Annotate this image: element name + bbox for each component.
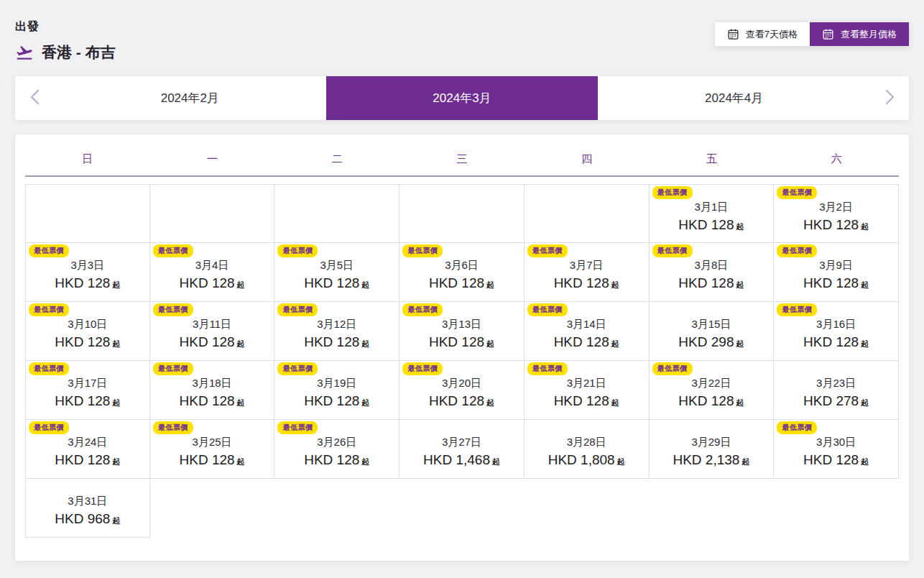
month-tab[interactable]: 2024年3月 bbox=[326, 76, 599, 120]
cell-price: HKD 298起 bbox=[650, 334, 774, 350]
calendar-empty-cell bbox=[150, 184, 275, 243]
lowest-fare-badge: 最低票價 bbox=[402, 303, 443, 316]
calendar-day-cell[interactable]: 最低票價3月25日HKD 128起 bbox=[150, 420, 275, 479]
cell-price: HKD 128起 bbox=[774, 275, 898, 291]
calendar-day-cell[interactable]: 最低票價3月12日HKD 128起 bbox=[274, 302, 399, 361]
calendar-day-cell[interactable]: 最低票價3月19日HKD 128起 bbox=[274, 361, 399, 420]
view-toggle: 查看7天價格 查看整月價格 bbox=[715, 22, 909, 46]
price-from-suffix: 起 bbox=[611, 339, 619, 348]
calendar-day-cell[interactable]: 最低票價3月10日HKD 128起 bbox=[25, 302, 150, 361]
calendar-day-cell[interactable]: 最低票價3月16日HKD 128起 bbox=[774, 302, 899, 361]
calendar-day-cell[interactable]: 3月31日HKD 968起 bbox=[25, 479, 150, 538]
cell-price: HKD 128起 bbox=[525, 393, 649, 409]
cell-price: HKD 128起 bbox=[26, 452, 149, 468]
weekday-label: 二 bbox=[274, 152, 399, 166]
lowest-fare-badge: 最低票價 bbox=[777, 244, 817, 257]
lowest-fare-badge: 最低票價 bbox=[402, 244, 443, 257]
calendar-day-cell[interactable]: 3月29日HKD 2,138起 bbox=[650, 420, 775, 479]
cell-price: HKD 128起 bbox=[150, 334, 274, 350]
calendar-day-cell[interactable]: 最低票價3月4日HKD 128起 bbox=[150, 243, 275, 302]
lowest-fare-badge: 最低票價 bbox=[29, 244, 69, 257]
calendar-day-cell[interactable]: 3月15日HKD 298起 bbox=[650, 302, 775, 361]
calendar-day-cell[interactable]: 3月28日HKD 1,808起 bbox=[525, 420, 650, 479]
calendar-day-cell[interactable]: 最低票價3月3日HKD 128起 bbox=[25, 243, 150, 302]
price-from-suffix: 起 bbox=[486, 280, 494, 289]
price-from-suffix: 起 bbox=[492, 457, 500, 466]
calendar-day-cell[interactable]: 最低票價3月18日HKD 128起 bbox=[150, 361, 275, 420]
lowest-fare-badge: 最低票價 bbox=[652, 186, 693, 199]
price-from-suffix: 起 bbox=[736, 280, 744, 289]
month-tab[interactable]: 2024年4月 bbox=[598, 76, 870, 120]
price-from-suffix: 起 bbox=[617, 457, 625, 466]
cell-date: 3月26日 bbox=[274, 436, 399, 449]
cell-date: 3月25日 bbox=[150, 436, 274, 449]
price-from-suffix: 起 bbox=[611, 398, 619, 407]
calendar-icon bbox=[727, 28, 739, 40]
calendar-empty-cell bbox=[274, 479, 399, 538]
calendar-day-cell[interactable]: 最低票價3月20日HKD 128起 bbox=[399, 361, 525, 420]
weekday-label: 日 bbox=[25, 152, 150, 166]
cell-price: HKD 128起 bbox=[150, 275, 274, 291]
calendar-day-cell[interactable]: 最低票價3月26日HKD 128起 bbox=[274, 420, 399, 479]
calendar-day-cell[interactable]: 最低票價3月14日HKD 128起 bbox=[525, 302, 650, 361]
chevron-left-icon bbox=[30, 89, 40, 107]
cell-price: HKD 128起 bbox=[399, 275, 524, 291]
calendar-empty-cell bbox=[525, 479, 650, 538]
cell-date: 3月6日 bbox=[399, 259, 524, 272]
month-tab[interactable]: 2024年2月 bbox=[54, 76, 326, 120]
lowest-fare-badge: 最低票價 bbox=[277, 421, 318, 434]
price-from-suffix: 起 bbox=[486, 339, 494, 348]
cell-price: HKD 128起 bbox=[26, 275, 149, 291]
price-from-suffix: 起 bbox=[112, 516, 120, 525]
next-month-button[interactable] bbox=[870, 76, 909, 120]
calendar-day-cell[interactable]: 最低票價3月17日HKD 128起 bbox=[25, 361, 150, 420]
cell-price: HKD 128起 bbox=[26, 334, 149, 350]
calendar-day-cell[interactable]: 最低票價3月24日HKD 128起 bbox=[25, 420, 150, 479]
cell-price: HKD 128起 bbox=[774, 217, 898, 233]
lowest-fare-badge: 最低票價 bbox=[652, 244, 693, 257]
cell-date: 3月17日 bbox=[26, 377, 149, 390]
calendar-day-cell[interactable]: 最低票價3月13日HKD 128起 bbox=[399, 302, 525, 361]
price-from-suffix: 起 bbox=[112, 339, 120, 348]
weekday-label: 一 bbox=[150, 152, 275, 166]
cell-date: 3月16日 bbox=[774, 318, 898, 331]
calendar-day-cell[interactable]: 最低票價3月2日HKD 128起 bbox=[774, 184, 899, 243]
cell-price: HKD 128起 bbox=[525, 334, 649, 350]
cell-price: HKD 128起 bbox=[150, 393, 274, 409]
calendar-day-cell[interactable]: 最低票價3月1日HKD 128起 bbox=[650, 184, 775, 243]
calendar-day-cell[interactable]: 最低票價3月9日HKD 128起 bbox=[774, 243, 899, 302]
calendar-day-cell[interactable]: 最低票價3月11日HKD 128起 bbox=[150, 302, 275, 361]
lowest-fare-badge: 最低票價 bbox=[153, 244, 193, 257]
weekday-label: 四 bbox=[525, 152, 650, 166]
calendar-empty-cell bbox=[399, 479, 525, 538]
price-from-suffix: 起 bbox=[361, 339, 369, 348]
weekday-label: 六 bbox=[774, 152, 899, 166]
calendar-day-cell[interactable]: 最低票價3月22日HKD 128起 bbox=[650, 361, 775, 420]
price-from-suffix: 起 bbox=[112, 398, 120, 407]
cell-date: 3月10日 bbox=[26, 318, 149, 331]
calendar-day-cell[interactable]: 最低票價3月7日HKD 128起 bbox=[525, 243, 650, 302]
calendar-day-cell[interactable]: 最低票價3月21日HKD 128起 bbox=[525, 361, 650, 420]
lowest-fare-badge: 最低票價 bbox=[153, 421, 193, 434]
calendar-day-cell[interactable]: 最低票價3月5日HKD 128起 bbox=[274, 243, 399, 302]
lowest-fare-badge: 最低票價 bbox=[153, 303, 193, 316]
lowest-fare-badge: 最低票價 bbox=[777, 303, 817, 316]
cell-date: 3月22日 bbox=[650, 377, 774, 390]
calendar-day-cell[interactable]: 3月23日HKD 278起 bbox=[774, 361, 899, 420]
price-from-suffix: 起 bbox=[861, 280, 869, 289]
prev-month-button[interactable] bbox=[15, 76, 54, 120]
view-7day-button[interactable]: 查看7天價格 bbox=[715, 22, 810, 46]
calendar-day-cell[interactable]: 最低票價3月30日HKD 128起 bbox=[774, 420, 899, 479]
calendar-day-cell[interactable]: 最低票價3月8日HKD 128起 bbox=[650, 243, 775, 302]
lowest-fare-badge: 最低票價 bbox=[29, 421, 69, 434]
calendar-day-cell[interactable]: 3月27日HKD 1,468起 bbox=[399, 420, 525, 479]
view-month-button[interactable]: 查看整月價格 bbox=[810, 22, 909, 46]
cell-date: 3月23日 bbox=[774, 377, 898, 390]
price-from-suffix: 起 bbox=[741, 457, 749, 466]
cell-date: 3月2日 bbox=[774, 201, 898, 214]
price-from-suffix: 起 bbox=[611, 280, 619, 289]
lowest-fare-badge: 最低票價 bbox=[527, 362, 568, 375]
price-from-suffix: 起 bbox=[112, 280, 120, 289]
calendar-day-cell[interactable]: 最低票價3月6日HKD 128起 bbox=[399, 243, 525, 302]
cell-date: 3月14日 bbox=[525, 318, 649, 331]
